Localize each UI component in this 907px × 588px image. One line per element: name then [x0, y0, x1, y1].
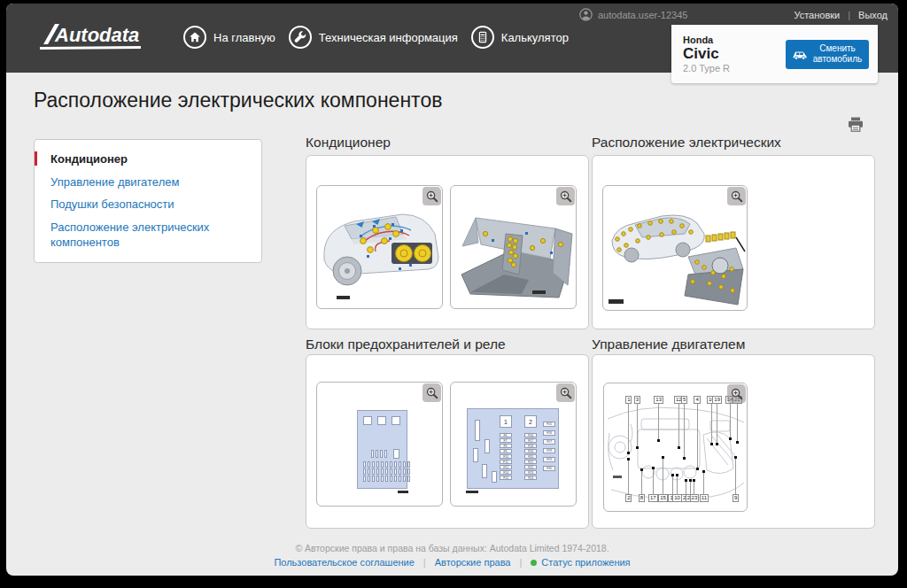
sidebar-item-engine-management[interactable]: Управление двигателем [50, 174, 245, 190]
zoom-in-button[interactable] [422, 383, 441, 402]
magnifier-plus-icon [426, 190, 438, 203]
logo-text: Autodata [54, 24, 139, 46]
vehicle-variant: 2.0 Type R [683, 63, 730, 74]
nav-item-calculator[interactable]: Калькулятор [471, 26, 569, 49]
home-icon [183, 26, 206, 49]
sidebar: Кондиционер Управление двигателем Подушк… [34, 139, 262, 263]
magnifier-plus-icon [731, 190, 743, 203]
card-air-conditioning [306, 155, 589, 329]
magnifier-plus-icon [560, 190, 572, 203]
fusebox-block-1: 1 [500, 415, 512, 428]
nav-item-home[interactable]: На главную [183, 26, 275, 49]
screen: autodata.user-12345 Установки | Выход Au… [0, 0, 907, 588]
user-avatar-icon [579, 8, 593, 21]
zoom-in-button[interactable] [556, 383, 575, 402]
footer-links: Пользовательское соглашение|Авторские пр… [6, 557, 898, 568]
zoom-in-button[interactable] [727, 187, 746, 205]
card-engine-management: 1313125416191421 2817151810202223119 [592, 354, 875, 529]
thumbnail-ac-interior[interactable] [450, 185, 577, 309]
footer-separator: | [423, 557, 426, 568]
fusebox-block-2: 2 [524, 415, 537, 428]
thumbnail-fusebox-small[interactable] [316, 382, 443, 507]
footer-link-app-status[interactable]: Статус приложения [541, 557, 630, 568]
card-title-fuse-boxes: Блоки предохранителей и реле [306, 337, 506, 352]
thumbnail-ac-engine-bay[interactable] [316, 185, 443, 309]
zoom-in-button[interactable] [422, 187, 441, 205]
sidebar-item-airbags[interactable]: Подушки безопасности [50, 197, 245, 213]
sidebar-item-air-conditioning[interactable]: Кондиционер [50, 151, 245, 167]
user-chip: autodata.user-12345 [579, 8, 688, 21]
thumbnail-electrical-locations[interactable] [602, 185, 748, 311]
change-vehicle-label: Сменить автомобиль [812, 43, 863, 66]
sidebar-item-electrical-component-locations[interactable]: Расположение электрических компонентов [50, 220, 245, 251]
footer-link-copyright[interactable]: Авторские права [435, 557, 511, 568]
calculator-icon [471, 26, 494, 49]
status-dot [531, 560, 537, 566]
thumbnail-fusebox-large[interactable]: 1 2 F6F7F8F9F10F11F12F14F15 F16F17F18F19… [450, 382, 577, 507]
zoom-in-button[interactable] [727, 384, 746, 403]
vehicle-make: Honda [683, 35, 730, 45]
vehicle-model: Civic [683, 45, 730, 63]
fusebox-small-diagram [357, 410, 407, 489]
topbar-separator: | [848, 10, 850, 20]
thumbnail-engine-management[interactable]: 1313125416191421 2817151810202223119 [603, 383, 748, 512]
username: autodata.user-12345 [598, 10, 688, 20]
wrench-icon [289, 26, 312, 49]
settings-link[interactable]: Установки [794, 10, 840, 20]
zoom-in-button[interactable] [556, 187, 575, 205]
fusebox-large-col3: F25F26F27F28F29F30 [543, 422, 555, 474]
fusebox-large-diagram: 1 2 F6F7F8F9F10F11F12F14F15 F16F17F18F19… [467, 408, 559, 489]
footer-link-user-agreement[interactable]: Пользовательское соглашение [274, 557, 414, 568]
nav-item-label: Калькулятор [501, 31, 569, 44]
vehicle-panel: Honda Civic 2.0 Type R Сменить автомобил… [671, 25, 878, 83]
header-main: Autodata На главную [31, 19, 569, 55]
card-title-air-conditioning: Кондиционер [306, 135, 391, 151]
topbar: autodata.user-12345 Установки | Выход [579, 8, 888, 21]
card-title-electrical-locations: Расположение электрических [592, 135, 781, 151]
vehicle-info: Honda Civic 2.0 Type R [683, 35, 730, 74]
printer-icon [847, 117, 864, 134]
magnifier-plus-icon [731, 388, 743, 400]
electrical-locations-illustration [603, 186, 748, 311]
nav-item-label: Техническая информация [319, 31, 458, 44]
magnifier-plus-icon [560, 387, 572, 399]
card-electrical-locations [592, 155, 875, 329]
card-title-engine-management: Управление двигателем [592, 337, 745, 352]
card-fuse-boxes: 1 2 F6F7F8F9F10F11F12F14F15 F16F17F18F19… [306, 354, 589, 529]
fusebox-small-grid [363, 461, 404, 482]
app-window: autodata.user-12345 Установки | Выход Au… [6, 4, 898, 576]
car-icon [792, 48, 808, 60]
copyright-text: © Авторские права и права на базы данных… [6, 543, 898, 553]
change-vehicle-button[interactable]: Сменить автомобиль [786, 40, 869, 69]
print-button[interactable] [846, 117, 865, 135]
fusebox-large-col1: F6F7F8F9F10F11F12F14F15 [500, 433, 512, 480]
page-title: Расположение электрических компонентов [34, 89, 442, 112]
nav-item-tech-info[interactable]: Техническая информация [289, 26, 458, 49]
magnifier-plus-icon [426, 387, 438, 399]
logout-link[interactable]: Выход [858, 10, 888, 20]
footer-separator: | [519, 557, 522, 568]
nav-item-label: На главную [213, 31, 275, 44]
autodata-logo[interactable]: Autodata [31, 19, 144, 55]
fusebox-large-col2: F16F17F18F19F20F21F22F23F24 [524, 433, 537, 480]
main-nav: На главную Техническая информация [183, 26, 569, 49]
